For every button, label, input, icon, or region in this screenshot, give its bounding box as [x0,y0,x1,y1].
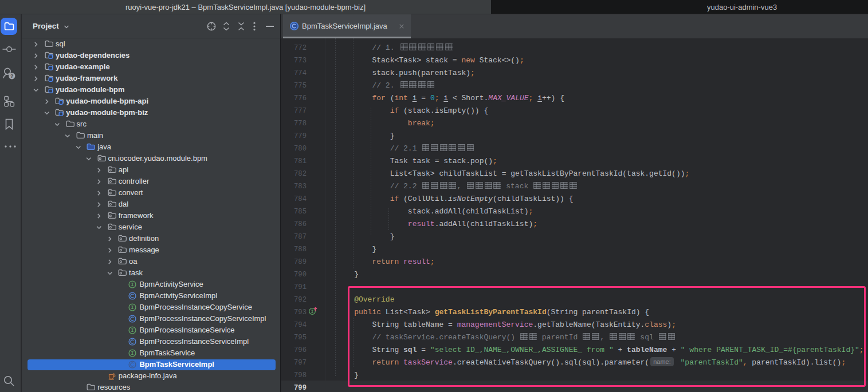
svg-text:?: ? [10,73,14,79]
